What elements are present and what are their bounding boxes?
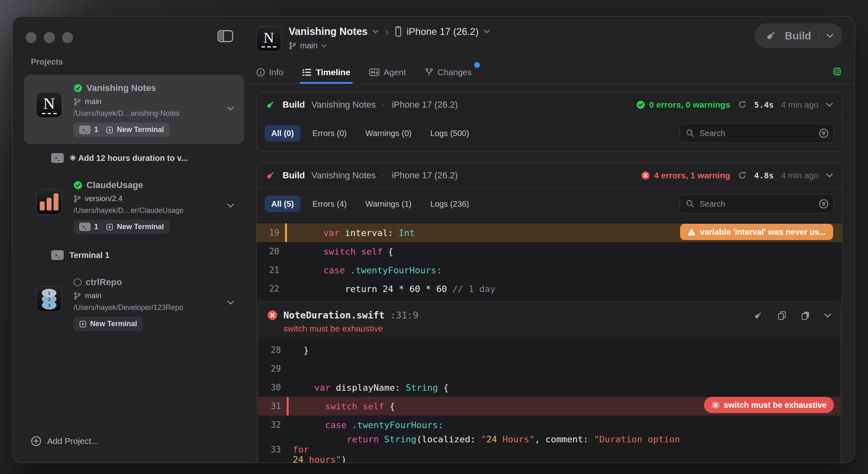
rebuild-icon[interactable] <box>738 100 747 109</box>
terminal-icon: >_ <box>79 223 91 231</box>
changes-icon <box>425 68 434 77</box>
build-duration: 4.8s <box>754 171 774 180</box>
build-button[interactable]: Build <box>755 23 842 48</box>
search-input[interactable] <box>680 194 834 214</box>
chevron-down-icon[interactable] <box>227 300 234 305</box>
zoom-window-button[interactable] <box>62 32 73 43</box>
terminal-pill[interactable]: >_ 1 New Terminal <box>73 220 170 234</box>
code-line-21: 21 case .twentyFourHours: <box>257 261 842 279</box>
project-item-claudeusage[interactable]: ClaudeUsage version/2.4 /Users/hayek/D…e… <box>24 172 244 241</box>
filter-all[interactable]: All (0) <box>265 125 300 141</box>
build-options-chevron-icon[interactable] <box>826 33 833 38</box>
issue-toolbar <box>754 311 831 320</box>
collapse-chevron-icon[interactable] <box>826 102 833 107</box>
app-window: Projects N Vanishing Notes main / <box>12 16 855 463</box>
collapse-chevron-icon[interactable] <box>826 173 833 178</box>
terminal-pill[interactable]: >_ 1 New Terminal <box>73 123 170 137</box>
tab-bar: Info Timeline Agent Changes <box>247 61 855 84</box>
project-path: /Users/hayek/Developer/123Repo <box>73 303 236 312</box>
tab-info[interactable]: Info <box>256 61 283 84</box>
code-line-30: 30 var displayName: String { <box>258 378 840 397</box>
success-check-icon <box>73 181 82 190</box>
build-status: 0 errors, 0 warnings <box>636 100 730 110</box>
code-line-22: 22 return 24 * 60 * 60 // 1 day <box>257 279 842 298</box>
chevron-down-icon[interactable] <box>227 203 234 208</box>
fix-hammer-icon[interactable] <box>754 311 763 320</box>
code-line-33: 33 return String(localized: "24 Hours", … <box>258 434 840 463</box>
error-x-icon <box>641 171 650 180</box>
filter-all[interactable]: All (5) <box>265 196 300 212</box>
session-label: Terminal 1 <box>69 251 110 260</box>
chevron-down-icon[interactable] <box>321 44 327 48</box>
issue-header[interactable]: NoteDuration.swift :31:9 switch must be … <box>258 303 840 339</box>
add-project-button[interactable]: Add Project... <box>31 436 247 446</box>
project-path: /Users/hayek/D…er/ClaudeUsage <box>73 206 236 215</box>
main-header: N Vanishing Notes › iPhone 17 (26.2) <box>247 17 855 61</box>
filter-errors[interactable]: Errors (0) <box>306 125 353 141</box>
terminal-count: 1 <box>94 126 98 134</box>
issue-location: :31:9 <box>390 310 418 320</box>
git-branch-icon <box>289 42 296 50</box>
git-branch-icon <box>73 292 81 300</box>
info-icon <box>256 68 265 77</box>
search-filter-icon[interactable] <box>818 199 829 209</box>
build-status: 4 errors, 1 warning <box>641 171 730 180</box>
error-x-icon <box>711 401 720 409</box>
new-terminal-label: New Terminal <box>117 126 164 134</box>
rebuild-icon[interactable] <box>738 171 747 180</box>
build-card-header[interactable]: Build Vanishing Notes · iPhone 17 (26.2)… <box>257 93 842 117</box>
chevron-down-icon[interactable] <box>484 29 490 34</box>
copy-icon[interactable] <box>777 311 787 320</box>
success-check-icon <box>636 100 645 109</box>
minimize-window-button[interactable] <box>44 32 55 43</box>
project-selector[interactable]: Vanishing Notes <box>289 26 367 37</box>
error-badge[interactable]: switch must be exhaustive <box>704 397 834 413</box>
collapse-chevron-icon[interactable] <box>824 313 831 318</box>
issue-message: switch must be exhaustive <box>283 324 831 333</box>
build-card-header[interactable]: Build Vanishing Notes · iPhone 17 (26.2)… <box>257 163 842 188</box>
filter-logs[interactable]: Logs (236) <box>424 196 476 212</box>
filter-warnings[interactable]: Warnings (1) <box>359 196 418 212</box>
plus-square-icon <box>106 126 113 134</box>
project-branch: version/2.4 <box>85 194 123 203</box>
search-box <box>680 123 834 143</box>
chip-icon[interactable] <box>832 66 842 77</box>
terminal-count: 1 <box>94 223 98 231</box>
tab-timeline[interactable]: Timeline <box>302 61 350 84</box>
build-duration: 5.4s <box>754 100 774 110</box>
timeline-panel: Build Vanishing Notes · iPhone 17 (26.2)… <box>247 84 855 463</box>
build-timestamp: 4 min ago <box>781 100 818 110</box>
close-window-button[interactable] <box>26 32 37 43</box>
branch-selector[interactable]: main <box>300 41 317 50</box>
chevron-down-icon[interactable] <box>227 106 234 111</box>
new-terminal-pill[interactable]: New Terminal <box>73 317 143 331</box>
tab-changes[interactable]: Changes <box>425 61 472 84</box>
session-item-terminal-1[interactable]: >_ Terminal 1 <box>51 250 244 260</box>
filter-logs[interactable]: Logs (500) <box>424 125 476 141</box>
project-item-vanishing-notes[interactable]: N Vanishing Notes main /Users/hayek/D…an… <box>24 75 244 144</box>
warning-badge[interactable]: variable 'interval' was never us... <box>680 224 833 240</box>
tab-agent[interactable]: Agent <box>369 61 406 84</box>
filter-errors[interactable]: Errors (4) <box>306 196 353 212</box>
build-card-success: Build Vanishing Notes · iPhone 17 (26.2)… <box>256 92 842 152</box>
plus-circle-icon <box>31 436 41 446</box>
search-icon <box>685 128 695 138</box>
error-issue-card: NoteDuration.swift :31:9 switch must be … <box>258 302 841 463</box>
search-input[interactable] <box>680 123 834 143</box>
sidebar-toggle-icon[interactable] <box>217 29 235 43</box>
search-filter-icon[interactable] <box>818 128 829 139</box>
session-item-add-12-hours[interactable]: >_ ✳ Add 12 hours duration to v... <box>51 153 244 163</box>
filter-warnings[interactable]: Warnings (0) <box>359 125 418 141</box>
search-icon <box>685 199 695 209</box>
code-line-28: 28 } <box>258 341 840 359</box>
warning-triangle-icon <box>687 228 696 236</box>
project-name: ClaudeUsage <box>86 180 143 190</box>
filter-row: All (0) Errors (0) Warnings (0) Logs (50… <box>257 117 842 151</box>
copy-all-icon[interactable] <box>801 311 810 320</box>
hammer-icon <box>266 100 276 110</box>
chevron-down-icon[interactable] <box>372 29 379 34</box>
device-selector[interactable]: iPhone 17 (26.2) <box>406 26 478 37</box>
session-label: ✳ Add 12 hours duration to v... <box>69 153 188 163</box>
sidebar: Projects N Vanishing Notes main / <box>13 17 247 463</box>
project-item-ctrlrepo[interactable]: 123 ctrlRepo main /Users/hayek/Developer… <box>24 269 244 338</box>
